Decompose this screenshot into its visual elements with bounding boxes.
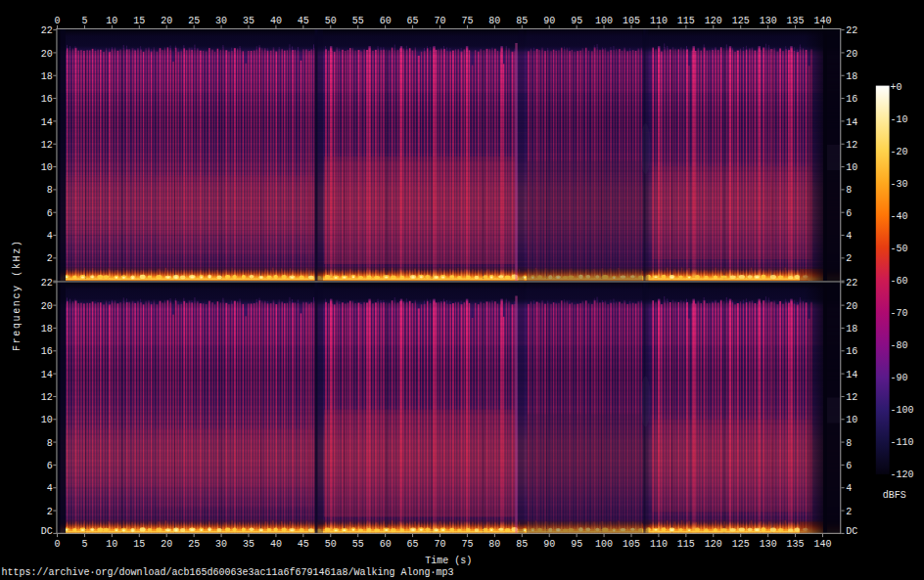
svg-text:22: 22 <box>41 278 53 289</box>
svg-text:14: 14 <box>41 117 53 128</box>
svg-text:-70: -70 <box>891 308 908 319</box>
svg-text:90: 90 <box>543 16 555 26</box>
svg-text:65: 65 <box>407 539 419 550</box>
svg-text:60: 60 <box>380 539 392 550</box>
svg-text:10: 10 <box>41 162 53 173</box>
svg-text:4: 4 <box>846 483 852 494</box>
svg-text:85: 85 <box>516 16 528 26</box>
svg-text:+0: +0 <box>891 82 902 93</box>
svg-text:75: 75 <box>461 539 473 550</box>
svg-text:95: 95 <box>571 16 582 26</box>
svg-text:80: 80 <box>488 16 500 26</box>
svg-text:10: 10 <box>846 162 857 173</box>
svg-text:10: 10 <box>106 16 117 26</box>
svg-text:-100: -100 <box>891 405 914 416</box>
svg-text:8: 8 <box>846 438 852 449</box>
svg-text:6: 6 <box>846 208 852 219</box>
svg-text:50: 50 <box>325 16 337 26</box>
svg-text:5: 5 <box>81 539 87 550</box>
svg-text:16: 16 <box>41 94 53 105</box>
svg-text:14: 14 <box>846 370 857 380</box>
svg-text:110: 110 <box>650 16 668 26</box>
svg-text:-90: -90 <box>891 373 908 383</box>
svg-text:115: 115 <box>677 16 695 26</box>
svg-text:140: 140 <box>813 539 831 550</box>
svg-text:130: 130 <box>760 539 777 550</box>
svg-text:125: 125 <box>732 539 750 550</box>
svg-text:20: 20 <box>41 49 53 60</box>
svg-text:DC: DC <box>41 526 53 537</box>
svg-text:50: 50 <box>325 539 337 550</box>
svg-text:2: 2 <box>47 507 53 517</box>
svg-text:6: 6 <box>47 461 53 471</box>
svg-text:16: 16 <box>846 346 857 357</box>
svg-text:-30: -30 <box>891 179 908 190</box>
svg-text:40: 40 <box>270 539 282 550</box>
svg-text:-110: -110 <box>891 437 914 448</box>
svg-text:60: 60 <box>380 16 392 26</box>
svg-text:18: 18 <box>846 324 857 335</box>
svg-text:14: 14 <box>846 117 857 128</box>
svg-text:2: 2 <box>846 507 852 517</box>
svg-text:0: 0 <box>54 539 60 550</box>
svg-text:70: 70 <box>434 539 445 550</box>
svg-text:6: 6 <box>846 461 852 471</box>
svg-text:-60: -60 <box>891 276 908 287</box>
svg-text:18: 18 <box>41 324 53 335</box>
svg-text:90: 90 <box>543 539 555 550</box>
svg-text:25: 25 <box>188 539 200 550</box>
svg-text:-40: -40 <box>891 211 908 222</box>
svg-text:8: 8 <box>846 185 852 196</box>
svg-text:Time (s): Time (s) <box>425 556 472 566</box>
svg-text:140: 140 <box>813 16 831 26</box>
svg-text:30: 30 <box>215 539 227 550</box>
svg-text:35: 35 <box>243 539 254 550</box>
svg-text:4: 4 <box>47 483 53 494</box>
svg-text:15: 15 <box>133 539 145 550</box>
svg-text:22: 22 <box>846 25 857 36</box>
svg-text:22: 22 <box>41 25 53 36</box>
svg-text:0: 0 <box>54 16 60 26</box>
svg-text:25: 25 <box>188 16 200 26</box>
svg-text:20: 20 <box>846 301 857 312</box>
svg-text:8: 8 <box>47 438 53 449</box>
svg-text:40: 40 <box>270 16 282 26</box>
svg-text:16: 16 <box>41 346 53 357</box>
svg-text:100: 100 <box>595 16 613 26</box>
svg-text:35: 35 <box>243 16 254 26</box>
svg-text:-120: -120 <box>891 469 914 480</box>
svg-text:dBFS: dBFS <box>883 490 906 501</box>
svg-text:4: 4 <box>47 231 53 242</box>
svg-text:125: 125 <box>732 16 750 26</box>
svg-text:135: 135 <box>787 539 805 550</box>
svg-text:135: 135 <box>787 16 805 26</box>
svg-text:6: 6 <box>47 208 53 219</box>
svg-text:10: 10 <box>106 539 117 550</box>
svg-text:20: 20 <box>846 49 857 60</box>
svg-text:15: 15 <box>133 16 145 26</box>
svg-text:https://archive·org/download/a: https://archive·org/download/acb165d6006… <box>2 567 454 578</box>
svg-text:16: 16 <box>846 94 857 105</box>
svg-text:14: 14 <box>41 370 53 380</box>
svg-text:8: 8 <box>47 185 53 196</box>
svg-text:65: 65 <box>407 16 419 26</box>
svg-text:55: 55 <box>352 539 364 550</box>
svg-text:20: 20 <box>41 301 53 312</box>
svg-text:130: 130 <box>760 16 777 26</box>
svg-text:22: 22 <box>846 278 857 289</box>
svg-text:20: 20 <box>161 16 172 26</box>
svg-text:Frequency (kHz): Frequency (kHz) <box>12 240 23 351</box>
svg-text:75: 75 <box>461 16 473 26</box>
svg-text:-50: -50 <box>891 244 908 254</box>
svg-text:4: 4 <box>846 231 852 242</box>
svg-text:20: 20 <box>161 539 172 550</box>
svg-text:80: 80 <box>488 539 500 550</box>
svg-text:12: 12 <box>846 392 857 403</box>
svg-text:85: 85 <box>516 539 528 550</box>
svg-text:18: 18 <box>41 71 53 82</box>
svg-text:115: 115 <box>677 539 695 550</box>
svg-text:45: 45 <box>298 16 309 26</box>
svg-text:110: 110 <box>650 539 668 550</box>
svg-text:12: 12 <box>41 140 53 151</box>
svg-text:DC: DC <box>846 526 857 537</box>
